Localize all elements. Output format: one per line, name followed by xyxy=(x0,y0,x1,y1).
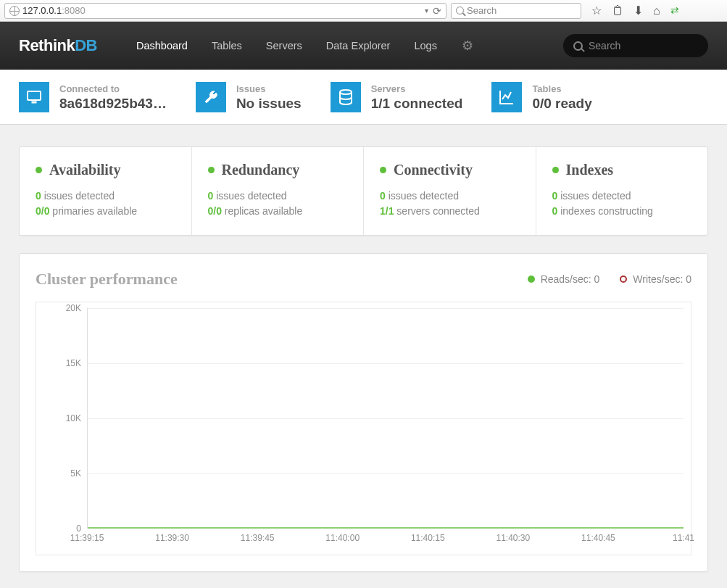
card-title: Indexes xyxy=(566,162,614,178)
legend-writes: Writes/sec: 0 xyxy=(633,273,691,285)
performance-panel: Cluster performance Reads/sec: 0 Writes/… xyxy=(19,253,708,572)
chart-legend: Reads/sec: 0 Writes/sec: 0 xyxy=(528,273,691,285)
legend-dot-reads-icon xyxy=(528,276,535,283)
svg-rect-1 xyxy=(32,102,36,103)
svg-point-2 xyxy=(340,90,352,94)
card-line: 1/1 servers connected xyxy=(380,205,520,217)
card-redundancy: Redundancy 0 issues detected 0/0 replica… xyxy=(192,147,365,235)
card-title: Redundancy xyxy=(222,162,300,178)
nav-logs[interactable]: Logs xyxy=(404,34,446,57)
card-line: 0 issues detected xyxy=(552,190,692,202)
status-issues: Issues No issues xyxy=(196,82,302,112)
status-strip: Connected to 8a618d925b43… Issues No iss… xyxy=(0,70,727,125)
status-value: 8a618d925b43… xyxy=(59,96,167,112)
nav-tables[interactable]: Tables xyxy=(202,34,252,57)
status-dot-icon xyxy=(36,167,42,173)
nav-search-input[interactable] xyxy=(589,40,698,51)
x-tick: 11:40:15 xyxy=(411,533,445,543)
y-tick: 0 xyxy=(76,523,81,534)
perf-title: Cluster performance xyxy=(36,270,178,289)
card-line: 0/0 replicas available xyxy=(208,205,348,217)
sync-icon[interactable]: ⇄ xyxy=(670,7,679,13)
top-nav: RethinkDB Dashboard Tables Servers Data … xyxy=(0,22,727,70)
clipboard-icon[interactable]: 📋︎ xyxy=(612,4,623,17)
x-tick: 11:39:45 xyxy=(241,533,275,543)
performance-chart: 20K15K10K5K0 11:39:1511:39:3011:39:4511:… xyxy=(36,302,691,555)
monitor-icon xyxy=(19,82,49,112)
nav-dashboard[interactable]: Dashboard xyxy=(126,34,198,57)
status-cards: Availability 0 issues detected 0/0 prima… xyxy=(19,146,708,236)
search-icon xyxy=(573,41,583,51)
star-icon[interactable]: ☆ xyxy=(591,4,602,17)
y-tick: 15K xyxy=(66,358,81,368)
status-label: Servers xyxy=(371,83,463,94)
status-servers: Servers 1/1 connected xyxy=(331,82,463,112)
x-tick: 11:39:30 xyxy=(155,533,189,543)
wrench-icon xyxy=(196,82,226,112)
x-tick: 11:40:45 xyxy=(581,533,615,543)
browser-search-placeholder: Search xyxy=(467,5,497,16)
card-connectivity: Connectivity 0 issues detected 1/1 serve… xyxy=(364,147,536,235)
nav-servers[interactable]: Servers xyxy=(256,34,312,57)
card-indexes: Indexes 0 issues detected 0 indexes cons… xyxy=(536,147,708,235)
status-tables: Tables 0/0 ready xyxy=(491,82,591,112)
card-title: Availability xyxy=(49,162,121,178)
nav-links: Dashboard Tables Servers Data Explorer L… xyxy=(126,34,447,57)
chevron-down-icon[interactable]: ▾ xyxy=(425,7,428,15)
home-icon[interactable]: ⌂ xyxy=(653,4,660,17)
y-tick: 20K xyxy=(66,303,81,313)
status-value: 1/1 connected xyxy=(371,96,463,112)
status-label: Connected to xyxy=(59,83,167,94)
chart-icon xyxy=(491,82,522,112)
reload-icon[interactable]: ⟳ xyxy=(433,5,441,17)
card-line: 0 indexes constructing xyxy=(552,205,692,217)
card-line: 0 issues detected xyxy=(36,190,175,202)
status-label: Issues xyxy=(236,83,302,94)
browser-search[interactable]: Search xyxy=(451,3,581,19)
logo[interactable]: RethinkDB xyxy=(19,36,97,55)
x-tick: 11:40:30 xyxy=(496,533,530,543)
x-tick: 11:41 xyxy=(673,533,694,543)
browser-toolbar: 127.0.0.1:8080 ▾ ⟳ Search ☆ 📋︎ ⬇ ⌂ ⇄ xyxy=(0,0,727,22)
card-line: 0 issues detected xyxy=(208,190,348,202)
download-icon[interactable]: ⬇ xyxy=(633,4,643,17)
status-value: 0/0 ready xyxy=(532,96,591,112)
status-value: No issues xyxy=(236,96,302,112)
nav-search[interactable] xyxy=(563,34,708,57)
card-availability: Availability 0 issues detected 0/0 prima… xyxy=(20,147,192,235)
globe-icon xyxy=(9,6,20,16)
status-connected: Connected to 8a618d925b43… xyxy=(19,82,167,112)
status-label: Tables xyxy=(532,83,591,94)
status-dot-icon xyxy=(552,167,559,173)
card-line: 0 issues detected xyxy=(380,190,520,202)
card-line: 0/0 primaries available xyxy=(36,205,175,217)
svg-rect-0 xyxy=(28,91,41,100)
url-bar[interactable]: 127.0.0.1:8080 ▾ ⟳ xyxy=(4,3,446,19)
y-tick: 10K xyxy=(66,413,81,423)
x-tick: 11:40:00 xyxy=(325,533,360,543)
legend-dot-writes-icon xyxy=(620,276,627,283)
card-title: Connectivity xyxy=(394,162,473,178)
url-text: 127.0.0.1:8080 xyxy=(22,5,86,16)
x-tick: 11:39:15 xyxy=(70,533,104,543)
legend-reads: Reads/sec: 0 xyxy=(541,273,600,285)
status-dot-icon xyxy=(380,167,386,173)
gear-icon[interactable]: ⚙ xyxy=(462,38,473,54)
database-icon xyxy=(331,82,361,112)
search-icon xyxy=(456,7,464,15)
nav-data-explorer[interactable]: Data Explorer xyxy=(316,34,401,57)
status-dot-icon xyxy=(208,167,215,173)
y-tick: 5K xyxy=(70,468,81,479)
